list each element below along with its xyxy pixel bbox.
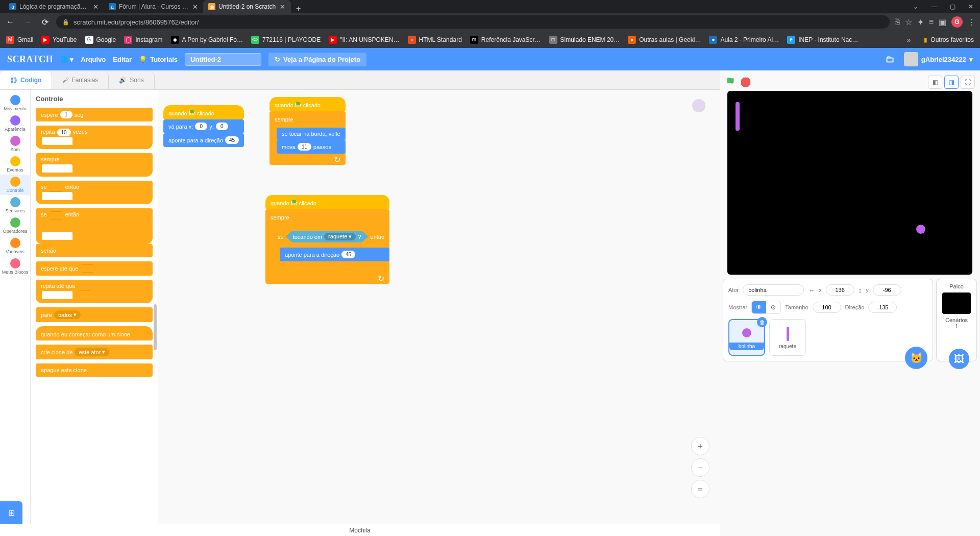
fullscreen-button[interactable]: ⛶	[961, 76, 975, 89]
language-menu[interactable]: 🌐▾	[60, 56, 74, 63]
bookmark-item[interactable]: GGoogle	[85, 36, 116, 44]
block-goto-xy[interactable]: vá para x: 0 y: 0	[163, 119, 244, 133]
sprite-item-bolinha[interactable]: 🗑 bolinha	[728, 319, 765, 356]
block-if[interactable]: se então	[36, 181, 153, 204]
block-point-direction[interactable]: aponte para a direção 45	[163, 133, 244, 147]
size-input[interactable]	[813, 302, 841, 313]
forward-button[interactable]: →	[21, 16, 34, 28]
hex-slot[interactable]	[49, 211, 63, 220]
cat-sensing[interactable]: Sensores	[0, 195, 30, 215]
pill-input[interactable]: 45	[341, 251, 355, 258]
block-wait[interactable]: espere 1 seg	[36, 108, 153, 121]
cat-operators[interactable]: Operadores	[0, 215, 30, 236]
bookmark-item[interactable]: ●Outras aulas | Geeki…	[628, 36, 701, 44]
sprite-item-raquete[interactable]: raquete	[769, 319, 806, 356]
dropdown-slot[interactable]: raquete ▾	[324, 233, 356, 240]
hex-slot[interactable]	[49, 184, 63, 192]
block-when-flag-clicked[interactable]: quando for clicado	[163, 105, 244, 119]
block-create-clone[interactable]: crie clone de este ator▾	[36, 345, 153, 359]
script-3[interactable]: quando for clicado sempre se tocando em	[265, 195, 389, 284]
bookmark-item[interactable]: ▶"II: AN UNSPOKEN…	[329, 36, 399, 44]
pill-input[interactable]: 11	[298, 143, 311, 151]
other-bookmarks-folder[interactable]: ▮ Outros favoritos	[924, 36, 974, 43]
script-1[interactable]: quando for clicado vá para x: 0 y: 0 apo…	[163, 105, 244, 147]
block-touching[interactable]: tocando em raquete ▾ ?	[286, 231, 369, 242]
cat-sound[interactable]: Som	[0, 134, 30, 154]
sidepanel-icon[interactable]: ▣	[939, 17, 946, 27]
x-input[interactable]	[826, 284, 854, 296]
hex-slot[interactable]	[80, 264, 94, 273]
browser-tab-1[interactable]: a Lógica de programação: comece ✕	[4, 0, 104, 13]
kebab-menu-icon[interactable]: ⋮	[968, 17, 976, 27]
delete-sprite-button[interactable]: 🗑	[757, 317, 767, 327]
bookmark-item[interactable]: ◯Instagram	[124, 36, 162, 44]
script-2[interactable]: quando for clicado sempre se tocar na bo…	[270, 97, 346, 165]
profile-avatar[interactable]: G	[951, 16, 963, 28]
stop-button[interactable]	[740, 77, 751, 88]
block-repeat-until[interactable]: repita até que	[36, 280, 153, 303]
y-input[interactable]	[873, 284, 901, 296]
show-button[interactable]: 👁	[752, 301, 766, 313]
block-forever[interactable]: sempre se tocar na borda, volte mova 11 …	[270, 111, 346, 165]
edit-menu[interactable]: Editar	[113, 56, 132, 63]
dropdown-icon[interactable]: ⌄	[906, 0, 925, 13]
block-forever[interactable]: sempre se tocando em raquete ▾	[265, 209, 389, 284]
add-extension-button[interactable]: ⊞	[0, 501, 22, 524]
palette-scrollbar[interactable]	[154, 304, 157, 350]
block-repeat[interactable]: repita 10 vezes	[36, 126, 153, 149]
close-tab-icon[interactable]: ✕	[93, 3, 99, 10]
block-when-flag-clicked[interactable]: quando for clicado	[270, 97, 346, 111]
cat-myblocks[interactable]: Meus Blocos	[0, 256, 30, 277]
extensions-icon[interactable]: ✦	[917, 17, 924, 27]
zoom-out-button[interactable]: －	[691, 458, 709, 477]
scratch-logo[interactable]: SCRATCH	[7, 54, 53, 65]
maximize-button[interactable]: ▢	[943, 0, 962, 13]
block-stop[interactable]: pare todos▾	[36, 307, 153, 322]
block-bounce-edge[interactable]: se tocar na borda, volte	[277, 128, 346, 140]
tutorials-button[interactable]: 💡 Tutoriais	[139, 56, 178, 63]
scripts-workspace[interactable]: quando for clicado vá para x: 0 y: 0 apo…	[158, 90, 720, 524]
green-flag-button[interactable]	[725, 77, 736, 88]
bookmark-item[interactable]: ⟐HTML Standard	[408, 36, 462, 44]
cat-control[interactable]: Controle	[0, 175, 30, 195]
bookmark-item[interactable]: MGmail	[6, 36, 33, 44]
install-icon[interactable]: ⎘	[895, 17, 900, 27]
sprite-name-input[interactable]	[743, 284, 804, 296]
large-stage-button[interactable]: ◨	[944, 76, 959, 89]
block-move-steps[interactable]: mova 11 passos	[277, 140, 346, 154]
block-if-then[interactable]: se tocando em raquete ▾ ?	[273, 226, 389, 273]
close-window-button[interactable]: ✕	[962, 0, 980, 13]
tab-code[interactable]: ⟪⟫ Código	[0, 71, 52, 89]
new-tab-button[interactable]: +	[291, 4, 306, 13]
bookmark-item[interactable]: <>772116 | PLAYCODE	[251, 36, 321, 44]
bookmark-item[interactable]: ●Aula 2 - Primeiro Al…	[709, 36, 779, 44]
small-stage-button[interactable]: ◧	[928, 76, 942, 89]
bookmark-item[interactable]: ◆A Pen by Gabriel Fo…	[171, 36, 243, 44]
block-point-direction[interactable]: aponte para a direção 45	[280, 248, 389, 261]
bookmark-item[interactable]: ▶YouTube	[41, 36, 77, 44]
backpack-bar[interactable]: Mochila	[0, 524, 720, 536]
dropdown-slot[interactable]: todos▾	[54, 310, 81, 319]
dropdown-slot[interactable]: este ator▾	[75, 348, 109, 356]
bookmark-item[interactable]: eINEP - Instituto Nac…	[787, 36, 858, 44]
bookmark-item[interactable]: mReferência JavaScr…	[470, 36, 541, 44]
my-stuff-icon[interactable]: 🗀	[886, 54, 895, 65]
stage-selector[interactable]: Palco Cenários 1 🖼	[936, 279, 977, 361]
bookmark-star-icon[interactable]: ☆	[905, 17, 912, 27]
hide-button[interactable]: ⊘	[766, 301, 780, 313]
bookmarks-overflow[interactable]: »	[907, 36, 911, 44]
block-when-flag-clicked[interactable]: quando for clicado	[265, 195, 389, 209]
project-title-input[interactable]: Untitled-2	[185, 53, 261, 66]
user-menu[interactable]: gAbriel234222 ▾	[904, 52, 973, 66]
pill-input[interactable]: 10	[57, 129, 71, 136]
view-project-page-button[interactable]: ↻ Veja a Página do Projeto	[268, 53, 366, 66]
cat-variables[interactable]: Variáveis	[0, 236, 30, 256]
block-if-else[interactable]: se então	[36, 208, 153, 244]
close-tab-icon[interactable]: ✕	[192, 3, 198, 10]
stage-canvas[interactable]	[727, 91, 972, 275]
pill-input[interactable]: 0	[195, 123, 207, 130]
minimize-button[interactable]: —	[925, 0, 943, 13]
cat-events[interactable]: Eventos	[0, 154, 30, 175]
zoom-in-button[interactable]: ＋	[691, 437, 709, 455]
bookmark-item[interactable]: □Simulado ENEM 20…	[549, 36, 620, 44]
